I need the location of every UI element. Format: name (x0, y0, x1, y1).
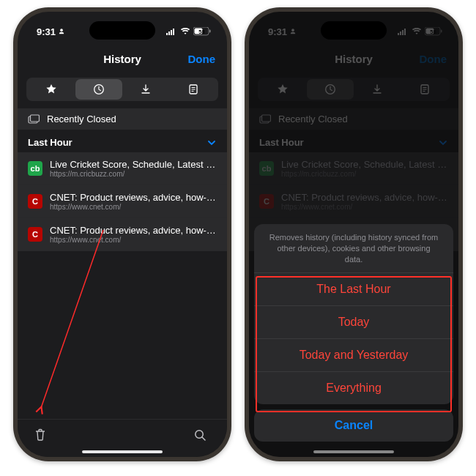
sheet-option[interactable]: Today and Yesterday (254, 339, 453, 372)
seg-readinglist[interactable] (170, 79, 217, 100)
wifi-icon (180, 28, 190, 35)
svg-rect-11 (31, 115, 40, 122)
svg-text:58: 58 (198, 29, 204, 35)
seg-bookmarks[interactable] (28, 79, 75, 100)
phone-right: 9:31 58 History Done Recently Closed Las… (245, 7, 463, 461)
cellular-icon (166, 28, 177, 35)
recently-closed-label: Recently Closed (47, 114, 116, 124)
section-header-label: Last Hour (28, 137, 72, 148)
sheet-option[interactable]: Everything (254, 372, 453, 404)
svg-rect-1 (168, 31, 170, 35)
delete-button[interactable] (34, 428, 47, 442)
site-favicon: C (28, 227, 42, 242)
entry-url: https://m.cricbuzz.com/ (50, 170, 217, 178)
star-icon (45, 83, 57, 95)
svg-line-13 (41, 230, 103, 408)
entry-url: https://www.cnet.com/ (50, 236, 217, 244)
page-title: History (103, 53, 141, 65)
download-icon (140, 83, 152, 95)
dynamic-island (89, 21, 155, 40)
sheet-description: Removes history (including history synce… (254, 224, 453, 273)
recently-closed-row[interactable]: Recently Closed (18, 108, 227, 130)
annotation-arrow (34, 226, 107, 417)
trash-icon (34, 428, 47, 442)
entry-title: CNET: Product reviews, advice, how-tos a… (50, 192, 217, 203)
history-entry[interactable]: CCNET: Product reviews, advice, how-tos … (18, 185, 227, 218)
phone-left: 9:31 58 History Done (13, 7, 231, 461)
tabs-icon (28, 114, 40, 124)
history-entry[interactable]: cbLive Cricket Score, Schedule, Latest N… (18, 152, 227, 185)
sheet-option[interactable]: Today (254, 306, 453, 339)
entry-title: Live Cricket Score, Schedule, Latest New… (50, 159, 217, 170)
done-button[interactable]: Done (188, 53, 216, 65)
sheet-option[interactable]: The Last Hour (254, 273, 453, 306)
readinglist-icon (187, 83, 199, 95)
search-button[interactable] (193, 428, 207, 442)
sheet-cancel-button[interactable]: Cancel (254, 409, 453, 442)
history-entry[interactable]: CCNET: Product reviews, advice, how-tos … (18, 218, 227, 251)
status-time: 9:31 (37, 26, 56, 37)
nav-bar: History Done (18, 44, 227, 73)
search-icon (193, 428, 207, 442)
entry-title: CNET: Product reviews, advice, how-tos a… (50, 225, 217, 236)
home-indicator (82, 450, 163, 453)
segmented-control[interactable] (26, 78, 218, 101)
section-header-lasthour[interactable]: Last Hour (18, 130, 227, 152)
site-favicon: C (28, 194, 42, 209)
seg-history[interactable] (75, 79, 123, 100)
clock-icon (93, 83, 105, 95)
clear-history-sheet: Removes history (including history synce… (254, 224, 453, 452)
site-favicon: cb (28, 161, 42, 176)
svg-rect-3 (173, 29, 174, 35)
svg-rect-2 (171, 30, 172, 35)
person-icon (58, 28, 65, 35)
entry-url: https://www.cnet.com/ (50, 203, 217, 211)
chevron-down-icon (207, 138, 217, 148)
seg-downloads[interactable] (122, 79, 170, 100)
battery-icon: 58 (193, 27, 211, 36)
svg-rect-0 (166, 33, 168, 35)
svg-rect-6 (209, 30, 211, 33)
